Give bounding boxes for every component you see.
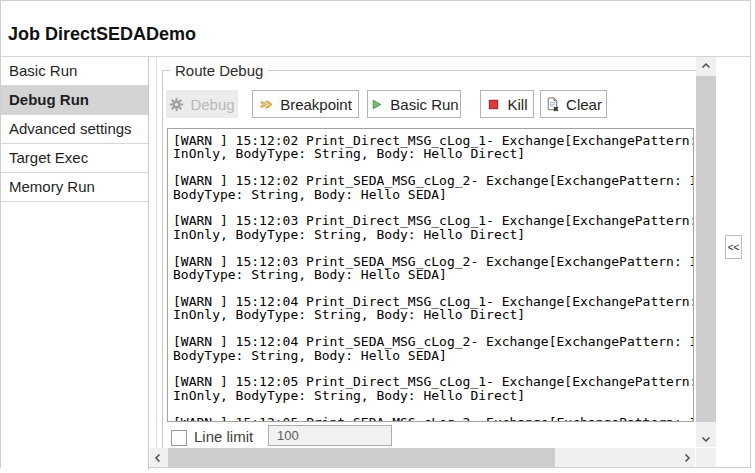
vertical-scrollbar[interactable] [696,57,716,447]
horizontal-scrollbar-thumb[interactable] [168,448,555,467]
breakpoint-button-label: Breakpoint [280,96,352,113]
collapse-panel-button[interactable]: << [725,235,742,259]
sidebar-item-debug-run[interactable]: Debug Run [1,86,148,115]
debug-gear-icon [169,97,184,112]
sidebar-item-advanced-settings[interactable]: Advanced settings [1,115,148,144]
scroll-down-icon[interactable] [696,430,716,447]
breakpoint-button[interactable]: Breakpoint [252,90,359,118]
line-limit-checkbox[interactable] [171,430,187,446]
kill-stop-icon [486,97,501,112]
line-limit-label: Line limit [194,428,253,445]
panel-separator [156,57,157,470]
breakpoint-double-arrow-icon [259,97,274,112]
sidebar-item-target-exec[interactable]: Target Exec [1,144,148,173]
page-title: Job DirectSEDADemo [8,24,196,45]
run-play-icon [369,97,384,112]
basic-run-button[interactable]: Basic Run [367,90,461,118]
route-debug-group-label: Route Debug [170,62,268,79]
horizontal-scrollbar[interactable] [150,448,695,467]
kill-button-label: Kill [507,96,527,113]
clear-button[interactable]: Clear [540,90,607,118]
clear-button-label: Clear [566,96,602,113]
debug-button-label: Debug [190,96,234,113]
debug-button[interactable]: Debug [166,90,238,118]
job-debug-view: Job DirectSEDADemo Basic Run Debug Run A… [0,0,755,473]
scroll-up-icon[interactable] [696,57,716,74]
run-view-sidebar: Basic Run Debug Run Advanced settings Ta… [1,57,149,470]
sidebar-item-memory-run[interactable]: Memory Run [1,173,148,202]
line-limit-input[interactable] [268,425,392,446]
console-log: [WARN ] 15:12:02 Print_Direct_MSG_cLog_1… [168,129,693,422]
clear-document-icon [545,97,560,112]
sidebar-item-basic-run[interactable]: Basic Run [1,57,148,86]
scrollbar-corner [696,448,716,467]
debug-console[interactable]: [WARN ] 15:12:02 Print_Direct_MSG_cLog_1… [167,128,694,422]
scroll-left-icon[interactable] [150,448,166,467]
kill-button[interactable]: Kill [480,90,534,118]
scroll-right-icon[interactable] [679,448,695,467]
vertical-scrollbar-thumb[interactable] [696,76,716,422]
basic-run-button-label: Basic Run [390,96,458,113]
